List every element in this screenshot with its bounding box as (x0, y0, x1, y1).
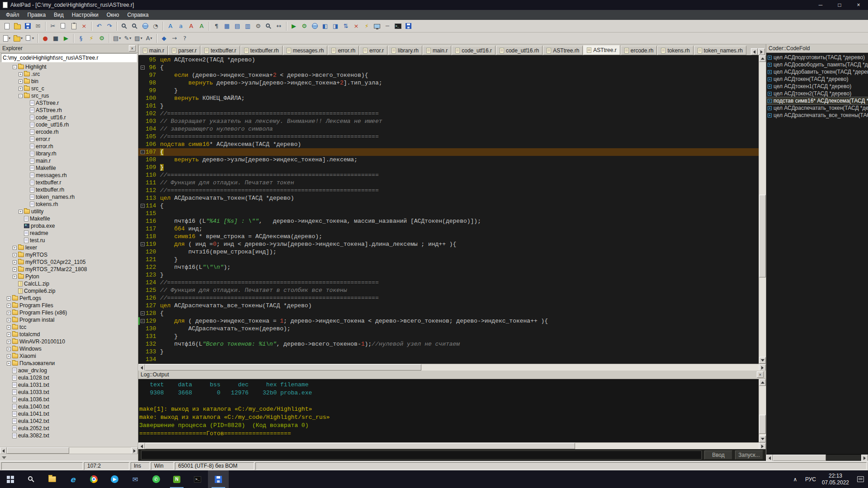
code-line[interactable]: 108 вернуть дерево->узлы[дерево->индекс_… (138, 156, 759, 164)
codefold-item[interactable]: +цел АСДраспечатать_все_токены(ТАСД *дер… (766, 112, 868, 119)
scroll-thumb[interactable] (145, 443, 575, 449)
tree-item[interactable]: +tcc (0, 324, 138, 331)
tab-textbuffer.rh[interactable]: textbuffer.rh (241, 46, 283, 55)
code-line[interactable]: 131 } (138, 333, 759, 340)
expand-icon[interactable]: + (13, 253, 17, 257)
tab-ASTtree.r[interactable]: ASTtree.r (583, 45, 620, 55)
search-button[interactable] (21, 470, 42, 488)
tree-item[interactable]: −Highlight (0, 63, 138, 70)
expand-icon[interactable]: + (19, 72, 23, 76)
fold-marker-icon[interactable]: − (141, 311, 145, 315)
tree-item[interactable]: aow_drv.log (0, 367, 138, 374)
replace-button[interactable] (130, 21, 140, 31)
tree-item[interactable]: test.ru (0, 237, 138, 244)
tab-token_names.rh[interactable]: token_names.rh (694, 46, 746, 55)
code-line[interactable]: 100 вернуть КОНЕЦ_ФАЙЛА; (138, 94, 759, 102)
tree-item[interactable]: main.r (0, 157, 138, 164)
expand-icon[interactable]: + (7, 361, 11, 366)
expand-icon[interactable]: + (13, 275, 17, 279)
macro-record-button[interactable]: ● (40, 33, 50, 43)
copy-button[interactable] (58, 21, 68, 31)
code-line[interactable]: 101} (138, 102, 759, 110)
console-button[interactable] (393, 21, 403, 31)
tree-item[interactable]: textbuffer.rh (0, 186, 138, 193)
expand-icon[interactable]: + (19, 80, 23, 84)
code-line[interactable]: 117 б64 инд; (138, 225, 759, 233)
chrome-icon[interactable] (83, 470, 104, 488)
menu-item[interactable]: Файл (2, 10, 24, 20)
panel-right-button[interactable]: ◨ (330, 21, 340, 31)
tree-item[interactable]: +WinAVR-20100110 (0, 338, 138, 345)
tabs-scroll-left-button[interactable] (751, 48, 758, 55)
refresh-button[interactable]: ⇅ (341, 21, 351, 31)
tab-parser.r[interactable]: parser.r (168, 46, 200, 55)
tree-item[interactable]: messages.rh (0, 172, 138, 179)
code-line[interactable]: −128{ (138, 310, 759, 317)
macro-stop-button[interactable]: ■ (51, 33, 61, 43)
code-line[interactable]: 123} (138, 271, 759, 279)
fold-marker-icon[interactable]: − (141, 150, 145, 154)
tab-main.r[interactable]: main.r (423, 46, 451, 55)
codefold-hscrollbar[interactable] (766, 454, 868, 461)
code-line[interactable]: 99 } (138, 87, 759, 94)
menu-item[interactable]: Правка (24, 10, 50, 20)
code-line[interactable]: −107{ (138, 148, 759, 156)
tree-item[interactable]: +Xiaomi (0, 352, 138, 360)
file-tree[interactable]: −Highlight+.src+bin+src_c−src_rusASTtree… (0, 63, 138, 447)
edge-icon[interactable]: e (62, 470, 83, 488)
tab-error.rh[interactable]: error.rh (328, 46, 359, 55)
close-button[interactable]: × (849, 0, 868, 10)
scroll-left-button[interactable] (138, 364, 145, 371)
tree-item[interactable]: +utility (0, 208, 138, 215)
fold-marker-icon[interactable]: − (141, 319, 145, 323)
code-line[interactable]: 109} (138, 164, 759, 171)
tree-item[interactable]: library.rh (0, 150, 138, 157)
code-line[interactable]: 95цел АСДтокен2(ТАСД *дерево) (138, 56, 759, 64)
scroll-track[interactable] (7, 447, 131, 454)
run-settings-button[interactable]: ⚙ (299, 21, 309, 31)
codefold-list[interactable]: +цел АСДподготовить(ТАСД *дерево)+цел АС… (766, 53, 868, 454)
tree-item[interactable]: eula.1041.txt (0, 410, 138, 418)
code-line[interactable]: −114{ (138, 202, 759, 210)
browse-button[interactable] (140, 21, 150, 31)
tree-item[interactable]: +Program Files (x86) (0, 309, 138, 316)
macro-play-button[interactable]: ▶ (61, 33, 71, 43)
code-line[interactable]: 127цел АСДраспечатать_все_токены(ТАСД *д… (138, 302, 759, 310)
scroll-thumb[interactable] (773, 455, 826, 461)
tree-item[interactable]: +Program instal (0, 316, 138, 324)
expand-icon[interactable]: + (19, 87, 23, 91)
code-line[interactable]: 133} (138, 348, 759, 356)
code-line[interactable]: 122 пчтф16(L"\"\n"); (138, 263, 759, 271)
tree-item[interactable]: eula.1042.txt (0, 418, 138, 425)
codefold-item[interactable]: +цел АСДосвободить_память(ТАСД *дерево) (766, 61, 868, 68)
tree-item[interactable]: ASTtree.r (0, 99, 138, 107)
scroll-thumb[interactable] (759, 415, 766, 434)
split-cols-button[interactable]: ▥ (243, 21, 253, 31)
wrap-button[interactable]: ¶ (212, 21, 222, 31)
fullscreen-button[interactable]: ↔ (274, 21, 284, 31)
log-hscrollbar[interactable] (138, 442, 766, 449)
plugins-button[interactable]: ⚡ (86, 33, 96, 43)
tab-error.r[interactable]: error.r (359, 46, 387, 55)
scroll-up-button[interactable] (759, 55, 766, 62)
tree-item[interactable]: −src_rus (0, 92, 138, 99)
code-line[interactable]: 102//===================================… (138, 110, 759, 117)
tabs-scroll-right-button[interactable] (758, 48, 765, 55)
explorer-close-button[interactable]: × (129, 45, 136, 52)
font-upper-button[interactable]: A (165, 21, 175, 31)
explorer-hscrollbar[interactable] (0, 447, 138, 454)
tree-item[interactable]: +myRTOS (0, 251, 138, 258)
tree-item[interactable]: +myRTOS_27Mar22_1808 (0, 266, 138, 273)
scroll-track[interactable] (759, 386, 766, 436)
language-indicator[interactable]: РУС (803, 476, 818, 483)
mail-icon[interactable]: ✉ (125, 470, 146, 488)
code-line[interactable]: −96{ (138, 64, 759, 71)
tree-item[interactable]: +src_c (0, 85, 138, 92)
terminal-icon[interactable]: >_ (187, 470, 208, 488)
code-line[interactable]: 104// завершающего нулевого символа (138, 125, 759, 133)
open-doc-button[interactable]: ▾ (12, 33, 24, 43)
code-line[interactable]: 126//===================================… (138, 294, 759, 302)
tree-item[interactable]: +PerfLogs (0, 295, 138, 302)
tree-item[interactable]: +Program Files (0, 302, 138, 309)
run-button[interactable]: Запуск... (735, 450, 763, 460)
